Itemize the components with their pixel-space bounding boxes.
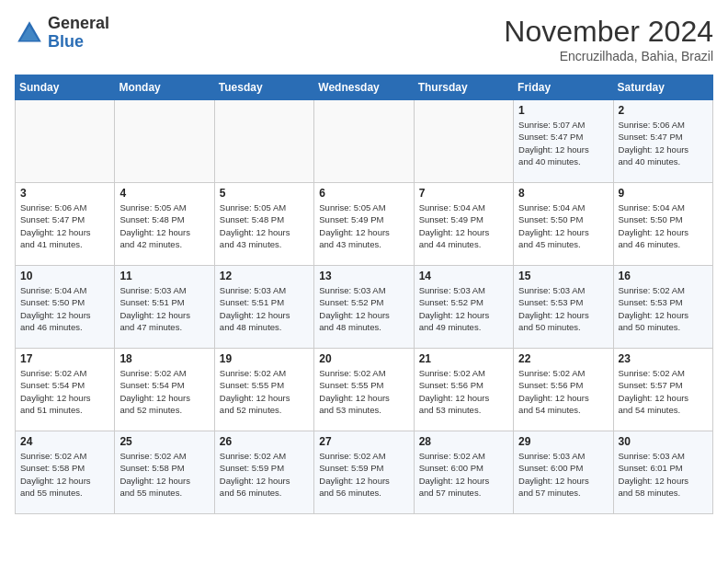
day-info: Sunrise: 5:06 AMSunset: 5:47 PMDaylight:… xyxy=(619,119,708,167)
header-cell-monday: Monday xyxy=(115,75,214,100)
day-info: Sunrise: 5:02 AMSunset: 5:56 PMDaylight:… xyxy=(518,367,608,416)
logo-icon xyxy=(15,18,44,48)
header-cell-thursday: Thursday xyxy=(414,75,513,100)
calendar-cell xyxy=(214,100,313,183)
day-info: Sunrise: 5:04 AMSunset: 5:50 PMDaylight:… xyxy=(518,201,608,250)
calendar-cell: 25Sunrise: 5:02 AMSunset: 5:58 PMDayligh… xyxy=(115,431,214,514)
day-info: Sunrise: 5:02 AMSunset: 5:57 PMDaylight:… xyxy=(619,367,708,416)
calendar-cell: 23Sunrise: 5:02 AMSunset: 5:57 PMDayligh… xyxy=(613,349,712,431)
calendar-cell: 29Sunrise: 5:03 AMSunset: 6:00 PMDayligh… xyxy=(514,431,613,514)
calendar-cell: 4Sunrise: 5:05 AMSunset: 5:48 PMDaylight… xyxy=(115,183,214,266)
calendar-cell: 21Sunrise: 5:02 AMSunset: 5:56 PMDayligh… xyxy=(414,349,513,431)
header-cell-friday: Friday xyxy=(514,75,613,100)
day-number: 4 xyxy=(119,187,209,200)
calendar-cell: 5Sunrise: 5:05 AMSunset: 5:48 PMDaylight… xyxy=(214,183,313,266)
day-number: 27 xyxy=(319,435,408,448)
day-info: Sunrise: 5:05 AMSunset: 5:49 PMDaylight:… xyxy=(319,201,408,250)
calendar-body: 1Sunrise: 5:07 AMSunset: 5:47 PMDaylight… xyxy=(16,100,713,514)
day-info: Sunrise: 5:03 AMSunset: 6:00 PMDaylight:… xyxy=(518,450,608,499)
day-info: Sunrise: 5:04 AMSunset: 5:50 PMDaylight:… xyxy=(619,201,708,250)
day-info: Sunrise: 5:03 AMSunset: 5:51 PMDaylight:… xyxy=(220,284,309,333)
day-info: Sunrise: 5:02 AMSunset: 5:58 PMDaylight:… xyxy=(119,450,209,499)
calendar-header: SundayMondayTuesdayWednesdayThursdayFrid… xyxy=(16,75,713,100)
calendar-cell: 27Sunrise: 5:02 AMSunset: 5:59 PMDayligh… xyxy=(314,431,414,514)
day-number: 29 xyxy=(518,435,608,448)
day-number: 26 xyxy=(220,435,309,448)
day-number: 1 xyxy=(518,104,608,117)
logo: General Blue xyxy=(15,15,109,52)
calendar-cell: 26Sunrise: 5:02 AMSunset: 5:59 PMDayligh… xyxy=(214,431,313,514)
calendar-week-5: 24Sunrise: 5:02 AMSunset: 5:58 PMDayligh… xyxy=(16,431,713,514)
calendar-cell xyxy=(16,100,115,183)
day-info: Sunrise: 5:02 AMSunset: 5:53 PMDaylight:… xyxy=(619,284,708,333)
day-info: Sunrise: 5:03 AMSunset: 6:01 PMDaylight:… xyxy=(619,450,708,499)
calendar-week-2: 3Sunrise: 5:06 AMSunset: 5:47 PMDaylight… xyxy=(16,183,713,266)
day-info: Sunrise: 5:05 AMSunset: 5:48 PMDaylight:… xyxy=(220,201,309,250)
page-header: General Blue November 2024 Encruzilhada,… xyxy=(15,15,713,63)
day-number: 21 xyxy=(419,352,508,365)
logo-text: General Blue xyxy=(48,15,109,52)
day-info: Sunrise: 5:02 AMSunset: 5:56 PMDaylight:… xyxy=(419,367,508,416)
day-info: Sunrise: 5:03 AMSunset: 5:51 PMDaylight:… xyxy=(119,284,209,333)
calendar-cell xyxy=(314,100,414,183)
calendar-cell: 3Sunrise: 5:06 AMSunset: 5:47 PMDaylight… xyxy=(16,183,115,266)
day-info: Sunrise: 5:02 AMSunset: 5:54 PMDaylight:… xyxy=(119,367,209,416)
header-cell-saturday: Saturday xyxy=(613,75,712,100)
calendar-cell: 28Sunrise: 5:02 AMSunset: 6:00 PMDayligh… xyxy=(414,431,513,514)
day-number: 8 xyxy=(518,187,608,200)
calendar-cell: 22Sunrise: 5:02 AMSunset: 5:56 PMDayligh… xyxy=(514,349,613,431)
day-number: 30 xyxy=(619,435,708,448)
calendar-cell: 8Sunrise: 5:04 AMSunset: 5:50 PMDaylight… xyxy=(514,183,613,266)
calendar-cell: 14Sunrise: 5:03 AMSunset: 5:52 PMDayligh… xyxy=(414,266,513,349)
day-number: 2 xyxy=(619,104,708,117)
day-number: 11 xyxy=(119,270,209,282)
header-cell-sunday: Sunday xyxy=(16,75,115,100)
day-info: Sunrise: 5:03 AMSunset: 5:52 PMDaylight:… xyxy=(419,284,508,333)
calendar-cell: 2Sunrise: 5:06 AMSunset: 5:47 PMDaylight… xyxy=(613,100,712,183)
day-info: Sunrise: 5:02 AMSunset: 5:55 PMDaylight:… xyxy=(319,367,408,416)
calendar-cell: 1Sunrise: 5:07 AMSunset: 5:47 PMDaylight… xyxy=(514,100,613,183)
calendar-cell: 20Sunrise: 5:02 AMSunset: 5:55 PMDayligh… xyxy=(314,349,414,431)
day-number: 23 xyxy=(619,352,708,365)
day-number: 12 xyxy=(220,270,309,282)
day-info: Sunrise: 5:04 AMSunset: 5:50 PMDaylight:… xyxy=(20,284,109,333)
day-number: 5 xyxy=(220,187,309,200)
day-number: 7 xyxy=(419,187,508,200)
calendar-cell: 24Sunrise: 5:02 AMSunset: 5:58 PMDayligh… xyxy=(16,431,115,514)
day-number: 14 xyxy=(419,270,508,282)
day-info: Sunrise: 5:03 AMSunset: 5:53 PMDaylight:… xyxy=(518,284,608,333)
day-info: Sunrise: 5:03 AMSunset: 5:52 PMDaylight:… xyxy=(319,284,408,333)
day-info: Sunrise: 5:02 AMSunset: 6:00 PMDaylight:… xyxy=(419,450,508,499)
calendar-cell: 11Sunrise: 5:03 AMSunset: 5:51 PMDayligh… xyxy=(115,266,214,349)
calendar-cell: 10Sunrise: 5:04 AMSunset: 5:50 PMDayligh… xyxy=(16,266,115,349)
calendar-cell xyxy=(115,100,214,183)
header-cell-wednesday: Wednesday xyxy=(314,75,414,100)
calendar-cell: 6Sunrise: 5:05 AMSunset: 5:49 PMDaylight… xyxy=(314,183,414,266)
day-number: 13 xyxy=(319,270,408,282)
day-info: Sunrise: 5:02 AMSunset: 5:59 PMDaylight:… xyxy=(319,450,408,499)
month-title: November 2024 xyxy=(504,15,713,49)
calendar-cell: 19Sunrise: 5:02 AMSunset: 5:55 PMDayligh… xyxy=(214,349,313,431)
calendar-cell xyxy=(414,100,513,183)
calendar-cell: 12Sunrise: 5:03 AMSunset: 5:51 PMDayligh… xyxy=(214,266,313,349)
calendar-week-3: 10Sunrise: 5:04 AMSunset: 5:50 PMDayligh… xyxy=(16,266,713,349)
calendar-cell: 30Sunrise: 5:03 AMSunset: 6:01 PMDayligh… xyxy=(613,431,712,514)
calendar-cell: 17Sunrise: 5:02 AMSunset: 5:54 PMDayligh… xyxy=(16,349,115,431)
calendar-cell: 7Sunrise: 5:04 AMSunset: 5:49 PMDaylight… xyxy=(414,183,513,266)
day-number: 16 xyxy=(619,270,708,282)
day-info: Sunrise: 5:02 AMSunset: 5:59 PMDaylight:… xyxy=(220,450,309,499)
day-number: 18 xyxy=(119,352,209,365)
day-info: Sunrise: 5:02 AMSunset: 5:54 PMDaylight:… xyxy=(20,367,109,416)
calendar-cell: 18Sunrise: 5:02 AMSunset: 5:54 PMDayligh… xyxy=(115,349,214,431)
location: Encruzilhada, Bahia, Brazil xyxy=(504,49,713,63)
day-number: 22 xyxy=(518,352,608,365)
day-number: 19 xyxy=(220,352,309,365)
day-number: 15 xyxy=(518,270,608,282)
day-number: 25 xyxy=(119,435,209,448)
day-number: 17 xyxy=(20,352,109,365)
day-info: Sunrise: 5:05 AMSunset: 5:48 PMDaylight:… xyxy=(119,201,209,250)
day-number: 20 xyxy=(319,352,408,365)
day-info: Sunrise: 5:06 AMSunset: 5:47 PMDaylight:… xyxy=(20,201,109,250)
calendar-cell: 13Sunrise: 5:03 AMSunset: 5:52 PMDayligh… xyxy=(314,266,414,349)
calendar-cell: 9Sunrise: 5:04 AMSunset: 5:50 PMDaylight… xyxy=(613,183,712,266)
